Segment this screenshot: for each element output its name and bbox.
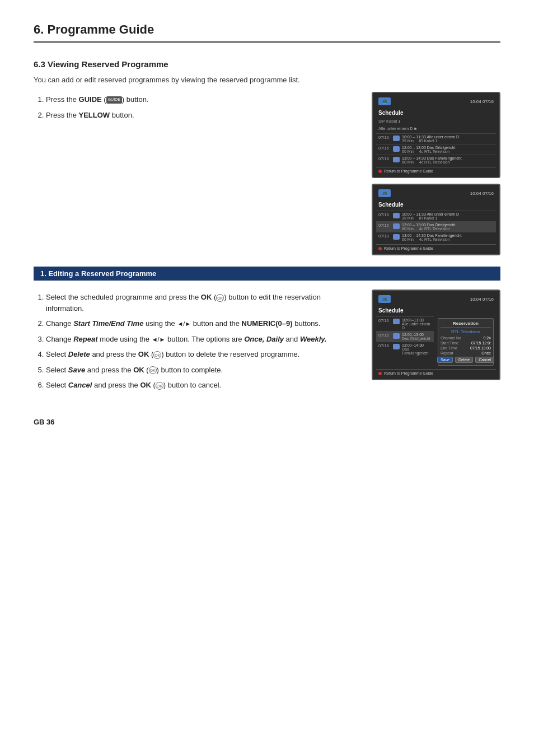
screen1-sub2: Alle unter einem D ■ <box>376 126 496 131</box>
screen1-row-3: 07/18 13:00 – 14:30 Das Familiengericht … <box>376 155 496 165</box>
guide-label: GUIDE <box>79 95 102 104</box>
intro-text: You can add or edit reserved programmes … <box>34 76 500 84</box>
screen3-title: Schedule <box>376 306 496 315</box>
step-1: Press the GUIDE (GUIDE) button. <box>46 94 358 105</box>
popup-field-4: Repeat Once <box>441 351 491 355</box>
screen1-sub1: SIP Kabel 1 <box>376 119 496 124</box>
popup-buttons: Save Delete Cancel <box>441 357 491 363</box>
footer-text2: Return to Programme Guide <box>384 246 433 250</box>
screen3-col: 📺 10:04 07/16 Schedule 07/16 10:00–11:33… <box>372 290 500 395</box>
footer-dot2 <box>378 247 382 250</box>
screen2-footer: Return to Programme Guide <box>376 244 496 251</box>
screen1-row-1: 07/16 10:00 – 11:33 Alle unter einem D 3… <box>376 133 496 144</box>
popup-title: Reservation <box>441 321 491 328</box>
ok-icon-3: OK <box>149 366 157 374</box>
popup-channel: RTL Television <box>441 329 491 334</box>
screen2-time: 10:04 07/16 <box>470 191 494 196</box>
edit-step-3: Change Repeat mode using the ◄/► button.… <box>46 334 358 345</box>
screen2-header: 📺 10:04 07/16 <box>376 188 496 198</box>
yellow-label: YELLOW <box>79 111 110 119</box>
page-title: 6. Programme Guide <box>34 22 500 43</box>
editing-content-row: Select the scheduled programme and press… <box>34 290 500 395</box>
footer-text: Return to Programme Guide <box>384 169 433 173</box>
editing-steps: Select the scheduled programme and press… <box>34 290 358 395</box>
screen3-footer: Return to Programme Guide <box>376 369 496 376</box>
footer-dot3 <box>378 372 382 375</box>
screen3-row-2: 07/15 12:00–13:00 Das Örtsfgericht <box>376 331 434 342</box>
edit-step-5: Select Save and press the OK (OK) button… <box>46 365 358 376</box>
screen3-content: 07/16 10:00–11:33 Alle unter einem D 07/… <box>376 316 496 367</box>
main-content-row: Press the GUIDE (GUIDE) button. Press th… <box>34 92 500 255</box>
screen2-logo: 📺 <box>378 189 391 197</box>
screen1-title: Schedule <box>376 109 496 117</box>
screen3-header: 📺 10:04 07/16 <box>376 294 496 304</box>
section-title: 6.3 Viewing Reserved Programme <box>34 59 500 69</box>
popup-cancel-btn[interactable]: Cancel <box>475 357 494 363</box>
reservation-popup: Reservation RTL Television Channel No 0:… <box>438 318 494 366</box>
ok-icon-2: OK <box>153 351 161 359</box>
logo-box3: 📺 <box>378 295 391 303</box>
screen2-row-2: 07/15 12:00 – 13:00 Das Örtsfgericht 60 … <box>376 221 496 232</box>
main-steps: Press the GUIDE (GUIDE) button. Press th… <box>34 92 358 255</box>
edit-step-1: Select the scheduled programme and press… <box>46 292 358 314</box>
screen1-logo: 📺 <box>378 97 391 105</box>
sub-section-header: 1. Editing a Reserved Programme <box>34 267 500 281</box>
screen1: 📺 10:04 07/16 Schedule SIP Kabel 1 Alle … <box>372 92 500 178</box>
popup-field-1: Channel No 0:24 <box>441 336 491 340</box>
edit-step-2: Change Start Time/End Time using the ◄/►… <box>46 318 358 329</box>
screen2-row-1: 07/16 10:00 – 11:33 Alle unter einem D 3… <box>376 211 496 221</box>
footer-dot <box>378 170 382 173</box>
screenshots-col: 📺 10:04 07/16 Schedule SIP Kabel 1 Alle … <box>372 92 500 255</box>
screen1-footer: Return to Programme Guide <box>376 167 496 174</box>
left-right-icon: ◄/► <box>177 319 191 329</box>
ok-icon-4: OK <box>156 382 163 390</box>
footer-text3: Return to Programme Guide <box>384 371 433 375</box>
screen1-row-2: 07/15 12:00 – 13:00 Das Örtsfgericht 60 … <box>376 144 496 155</box>
screen1-time: 10:04 07/16 <box>470 99 494 104</box>
step-2: Press the YELLOW button. <box>46 110 358 121</box>
guide-icon: GUIDE <box>106 96 122 104</box>
popup-save-btn[interactable]: Save <box>437 357 453 363</box>
page-number: GB 36 <box>34 418 500 426</box>
screen2-title: Schedule <box>376 200 496 209</box>
screen1-header: 📺 10:04 07/16 <box>376 96 496 106</box>
logo-box: 📺 <box>378 97 391 105</box>
edit-step-6: Select Cancel and press the OK (OK) butt… <box>46 380 358 391</box>
screen3-rows: 07/16 10:00–11:33 Alle unter einem D 07/… <box>376 316 434 367</box>
screen3-row-1: 07/16 10:00–11:33 Alle unter einem D <box>376 316 434 331</box>
popup-field-2: Start Time 07/15 12:0: <box>441 341 491 345</box>
logo-box2: 📺 <box>378 189 391 197</box>
edit-step-4: Select Delete and press the OK (OK) butt… <box>46 349 358 360</box>
screen3: 📺 10:04 07/16 Schedule 07/16 10:00–11:33… <box>372 290 500 380</box>
screen3-time: 10:04 07/16 <box>470 297 494 302</box>
popup-field-3: End Time 07/15 13:00 <box>441 346 491 350</box>
left-right-icon2: ◄/► <box>152 335 166 344</box>
ok-icon-1: OK <box>216 294 224 302</box>
popup-delete-btn[interactable]: Delete <box>455 357 473 363</box>
screen3-row-3: 07/18 13:00–14:30 Das Familiengericht <box>376 342 434 356</box>
screen3-logo: 📺 <box>378 295 391 303</box>
screen2-row-3: 07/18 13:00 – 14:30 Das Familiengericht … <box>376 232 496 242</box>
screen2: 📺 10:04 07/16 Schedule 07/16 10:00 – 11:… <box>372 184 500 255</box>
